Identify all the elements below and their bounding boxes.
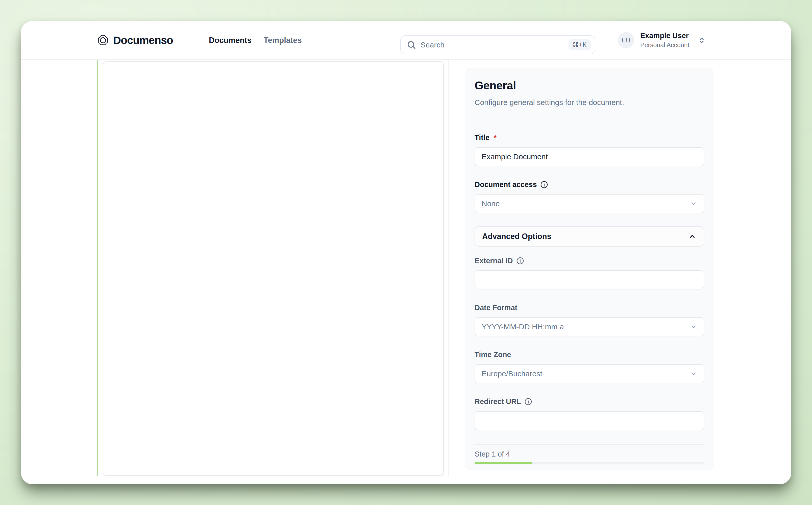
user-name: Example User: [640, 31, 689, 40]
user-menu[interactable]: EU Example User Personal Account: [618, 21, 705, 59]
time-zone-label: Time Zone: [475, 351, 704, 359]
title-label: Title*: [475, 134, 704, 142]
user-account-type: Personal Account: [640, 41, 689, 49]
chevron-up-icon: [688, 232, 696, 240]
time-zone-select[interactable]: Europe/Bucharest: [475, 364, 704, 383]
keyboard-shortcut-badge: ⌘+K: [568, 39, 591, 50]
panel-divider: [475, 119, 704, 119]
brand-name: Documenso: [113, 34, 173, 46]
step-indicator: Step 1 of 4: [475, 450, 704, 458]
top-navigation: Documenso Documents Templates ⌘+K EU Exa…: [21, 21, 791, 59]
document-access-select[interactable]: None: [475, 194, 704, 213]
nav-templates[interactable]: Templates: [264, 36, 302, 45]
advanced-options-toggle[interactable]: Advanced Options: [475, 226, 704, 246]
document-page: [103, 61, 444, 476]
progress-bar: [475, 462, 704, 464]
nav-documents[interactable]: Documents: [209, 36, 252, 45]
info-icon[interactable]: [540, 181, 548, 188]
document-access-label: Document access: [475, 180, 704, 189]
info-icon[interactable]: [524, 398, 532, 405]
external-id-input[interactable]: [475, 270, 704, 290]
search-bar[interactable]: ⌘+K: [400, 35, 595, 54]
date-format-label: Date Format: [475, 304, 704, 312]
external-id-label: External ID: [475, 257, 704, 265]
brand[interactable]: Documenso: [98, 21, 173, 59]
info-icon[interactable]: [516, 257, 524, 265]
chevron-down-icon: [690, 323, 697, 331]
avatar: EU: [618, 32, 634, 48]
redirect-url-input[interactable]: [475, 411, 704, 430]
settings-panel: General Configure general settings for t…: [465, 68, 714, 470]
search-input[interactable]: [420, 41, 568, 49]
chevron-down-icon: [690, 200, 697, 207]
documenso-logo-icon: [98, 35, 108, 46]
redirect-url-label: Redirect URL: [475, 397, 704, 406]
title-input[interactable]: [475, 147, 704, 166]
panel-title: General: [475, 79, 704, 92]
chevrons-up-down-icon: [698, 36, 705, 44]
progress-fill: [475, 462, 532, 464]
step-footer: Step 1 of 4: [475, 445, 704, 470]
search-icon: [407, 40, 416, 49]
user-names: Example User Personal Account: [640, 31, 689, 49]
main-nav: Documents Templates: [209, 21, 302, 59]
panel-subtitle: Configure general settings for the docum…: [475, 98, 704, 107]
app-window: Documenso Documents Templates ⌘+K EU Exa…: [21, 21, 791, 484]
date-format-select[interactable]: YYYY-MM-DD HH:mm a: [475, 317, 704, 336]
content-divider: [448, 60, 448, 476]
viewer-accent-line: [97, 60, 98, 476]
chevron-down-icon: [690, 370, 697, 377]
required-marker: *: [494, 134, 497, 142]
